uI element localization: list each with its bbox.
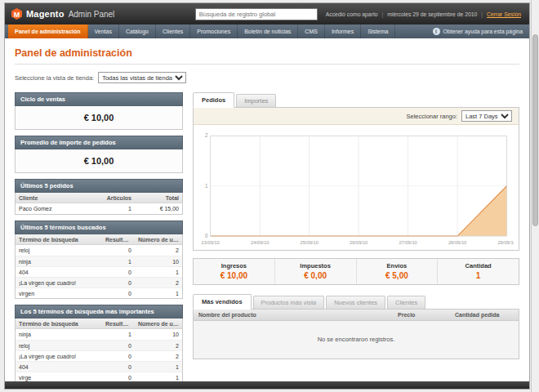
cell-term: 404 bbox=[16, 268, 102, 277]
cell-uses: 2 bbox=[135, 352, 182, 361]
grid-header-row: Nombre del productoPrecioCantidad pedida bbox=[194, 310, 519, 321]
logout-link[interactable]: Cerrar Sesión bbox=[477, 11, 521, 17]
nav-item[interactable]: Promociones bbox=[190, 24, 238, 38]
page-title: Panel de administración bbox=[15, 47, 519, 59]
chart-tab[interactable]: Importes bbox=[236, 94, 276, 107]
cell-term: reloj bbox=[16, 341, 102, 350]
table-row[interactable]: ¡La virgen que cuadro! 0 2 bbox=[16, 350, 182, 361]
nav-item[interactable]: Panel de administración bbox=[8, 24, 88, 38]
nav-item[interactable]: Sistema bbox=[361, 24, 395, 38]
table-row[interactable]: 404 0 1 bbox=[16, 361, 182, 372]
cell-uses: 1 bbox=[135, 363, 182, 372]
cell-results: 0 bbox=[102, 363, 135, 372]
store-view-label: Seleccione la vista de tienda: bbox=[15, 74, 94, 82]
stat-label: Envíos bbox=[357, 262, 438, 270]
panel-title: Ciclo de ventas bbox=[15, 92, 183, 106]
cell-term: ¡La virgen que cuadro! bbox=[16, 352, 102, 361]
right-column: PedidosImportes Seleccionar rango: Last … bbox=[193, 92, 519, 381]
stat-value: € 10,00 bbox=[194, 271, 274, 280]
table-row[interactable]: virgen 0 1 bbox=[16, 287, 182, 298]
column-header: Resultados bbox=[102, 235, 135, 244]
cell-uses: 1 bbox=[135, 373, 182, 382]
svg-text:1: 1 bbox=[205, 183, 208, 189]
grid-column-header: Nombre del producto bbox=[194, 310, 393, 320]
table-row[interactable]: reloj 0 2 bbox=[16, 245, 182, 256]
table-row[interactable]: reloj 0 2 bbox=[16, 340, 182, 350]
table-row[interactable]: ninja 1 10 bbox=[16, 329, 182, 340]
nav-item[interactable]: CMS bbox=[298, 24, 325, 38]
column-header: Total bbox=[135, 194, 182, 203]
dashboard-content: Panel de administración Seleccione la vi… bbox=[5, 38, 529, 381]
grid-tab[interactable]: Nuevos clientes bbox=[326, 296, 385, 309]
store-view-select[interactable]: Todas las vistas de tienda bbox=[98, 72, 186, 83]
cell-items: 1 bbox=[102, 204, 135, 213]
column-header: Resultados bbox=[102, 319, 135, 328]
totals-row: Ingresos € 10,00 Impuestos € 0,00 Envíos… bbox=[193, 258, 519, 285]
svg-text:0: 0 bbox=[205, 233, 208, 238]
grid-tab[interactable]: Productos más vista bbox=[253, 296, 325, 309]
average-orders-value: € 10,00 bbox=[15, 149, 183, 173]
help-link[interactable]: Obtener ayuda para esta página bbox=[433, 24, 527, 38]
grid-tab[interactable]: Más vendidos bbox=[193, 294, 252, 310]
nav-item[interactable]: Ventas bbox=[88, 24, 119, 38]
stat-cell: Envíos € 5,00 bbox=[356, 259, 438, 284]
grid-tabs: Más vendidosProductos más vistaNuevos cl… bbox=[193, 294, 519, 309]
cell-results: 0 bbox=[102, 278, 135, 287]
table-row[interactable]: Paco Gomez 1 € 15,00 bbox=[16, 203, 182, 214]
table-row[interactable]: virge 0 1 bbox=[16, 372, 182, 381]
last-orders-panel: Últimos 5 pedidos ClienteArtículosTotal … bbox=[15, 179, 183, 215]
table-row[interactable]: 404 0 1 bbox=[16, 266, 182, 277]
empty-message: No se encontraron registros. bbox=[194, 321, 519, 359]
panel-title: Promedio de importe de pedidos bbox=[15, 136, 183, 149]
nav-item[interactable]: Clientes bbox=[156, 24, 190, 38]
footer-bar bbox=[5, 381, 529, 389]
table-body: Paco Gomez 1 € 15,00 bbox=[16, 203, 182, 214]
stat-label: Cantidad bbox=[438, 262, 519, 270]
range-bar: Seleccionar rango: Last 7 Days bbox=[194, 108, 519, 125]
table-row[interactable]: ninja 1 10 bbox=[16, 256, 182, 266]
diagram-box: Seleccionar rango: Last 7 Days 01223/09/… bbox=[193, 107, 519, 251]
table-row[interactable]: ¡La virgen que cuadro! 0 2 bbox=[16, 277, 182, 287]
stat-cell: Cantidad 1 bbox=[437, 259, 519, 284]
cell-term: virge bbox=[16, 373, 102, 382]
date-text: miércoles 29 de septiembre de 2010 bbox=[378, 11, 478, 17]
cell-total: € 15,00 bbox=[135, 204, 182, 213]
table-header-row: Término de búsquedaResultadosNúmero de u… bbox=[16, 318, 182, 329]
last-orders-table: ClienteArtículosTotal Paco Gomez 1 € 15,… bbox=[15, 193, 183, 215]
nav-items: Panel de administraciónVentasCatálogoCli… bbox=[8, 24, 395, 38]
cell-results: 0 bbox=[102, 341, 135, 350]
cell-results: 1 bbox=[102, 330, 135, 339]
title-divider bbox=[15, 64, 519, 65]
cell-term: reloj bbox=[16, 246, 102, 255]
left-column: Ciclo de ventas € 10,00 Promedio de impo… bbox=[15, 92, 183, 381]
chart-tab[interactable]: Pedidos bbox=[193, 92, 234, 108]
nav-item[interactable]: Informes bbox=[325, 24, 361, 38]
svg-text:27/09/10: 27/09/10 bbox=[399, 240, 416, 245]
cell-uses: 1 bbox=[135, 289, 182, 298]
top-header: M Magento Admin Panel Accedió como apart… bbox=[5, 3, 529, 24]
grid-tab[interactable]: Clientes bbox=[387, 296, 425, 309]
column-header: Número de usos bbox=[135, 235, 182, 244]
vertical-scrollbar[interactable] bbox=[531, 0, 539, 392]
range-select[interactable]: Last 7 Days bbox=[461, 110, 512, 122]
cell-uses: 1 bbox=[135, 268, 182, 277]
table-body: reloj 0 2 ninja 1 10 404 0 1 bbox=[16, 245, 182, 298]
stat-value: 1 bbox=[438, 271, 519, 280]
global-search-input[interactable] bbox=[195, 8, 318, 20]
cell-results: 0 bbox=[102, 268, 135, 277]
last-search-table: Término de búsquedaResultadosNúmero de u… bbox=[15, 234, 183, 299]
svg-text:2: 2 bbox=[205, 132, 208, 138]
cell-term: ninja bbox=[16, 330, 102, 339]
average-orders-panel: Promedio de importe de pedidos € 10,00 bbox=[15, 136, 183, 173]
scrollbar-thumb[interactable] bbox=[532, 34, 538, 226]
grid-column-header: Cantidad pedida bbox=[450, 310, 519, 320]
range-label: Seleccionar rango: bbox=[406, 113, 457, 120]
table-header-row: ClienteArtículosTotal bbox=[16, 193, 182, 203]
nav-item[interactable]: Catálogo bbox=[119, 24, 156, 38]
column-header: Cliente bbox=[16, 194, 102, 203]
cell-results: 0 bbox=[102, 373, 135, 382]
top-search-panel: Los 5 términos de búsqueda más important… bbox=[15, 305, 183, 381]
store-switcher: Seleccione la vista de tienda: Todas las… bbox=[15, 72, 519, 83]
nav-item[interactable]: Boletín de noticias bbox=[238, 24, 298, 38]
stat-value: € 5,00 bbox=[357, 271, 438, 280]
